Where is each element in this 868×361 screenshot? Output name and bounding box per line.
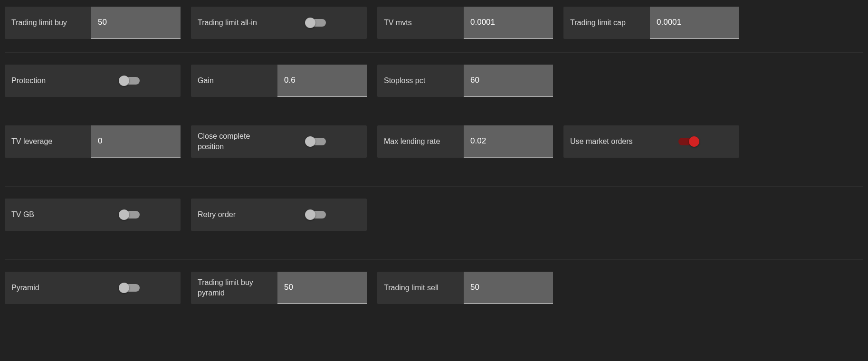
label-trading-limit-buy: Trading limit buy: [5, 18, 91, 28]
label-stoploss-pct: Stoploss pct: [377, 76, 464, 86]
card-trading-limit-sell: Trading limit sell: [377, 272, 553, 304]
input-tv-mvts[interactable]: [464, 7, 553, 39]
card-tv-gb: TV GB: [5, 199, 181, 231]
card-trading-limit-cap: Trading limit cap: [563, 7, 739, 39]
card-tv-leverage: TV leverage: [5, 125, 181, 158]
card-use-market-orders: Use market orders: [563, 125, 739, 158]
toggle-use-market-orders[interactable]: [678, 138, 698, 145]
input-tv-leverage[interactable]: [91, 125, 181, 158]
card-retry-order: Retry order: [191, 199, 367, 231]
input-trading-limit-sell[interactable]: [464, 272, 553, 304]
label-gain: Gain: [191, 76, 277, 86]
card-stoploss-pct: Stoploss pct: [377, 65, 553, 97]
label-close-complete-position: Close complete position: [191, 131, 277, 152]
input-trading-limit-buy[interactable]: [91, 7, 181, 39]
input-stoploss-pct[interactable]: [464, 65, 553, 97]
card-pyramid: Pyramid: [5, 272, 181, 304]
label-retry-order: Retry order: [191, 209, 277, 220]
toggle-pyramid[interactable]: [120, 284, 140, 292]
label-pyramid: Pyramid: [5, 283, 91, 293]
card-close-complete-position: Close complete position: [191, 125, 367, 158]
toggle-protection[interactable]: [120, 77, 140, 85]
section-1-row-1: Trading limit buy Trading limit all-in T…: [5, 7, 863, 39]
label-tv-mvts: TV mvts: [377, 18, 464, 28]
label-tv-leverage: TV leverage: [5, 136, 91, 147]
section-2: TV leverage Close complete position Max …: [5, 125, 863, 186]
label-trading-limit-cap: Trading limit cap: [563, 18, 650, 28]
label-tv-gb: TV GB: [5, 209, 91, 220]
section-1-row-2: Protection Gain Stoploss pct: [5, 52, 863, 125]
input-trading-limit-buy-pyramid[interactable]: [277, 272, 367, 304]
toggle-trading-limit-all-in[interactable]: [306, 19, 326, 27]
toggle-retry-order[interactable]: [306, 211, 326, 218]
input-max-lending-rate[interactable]: [464, 125, 553, 158]
section-3: TV GB Retry order: [5, 186, 863, 259]
label-trading-limit-sell: Trading limit sell: [377, 283, 464, 293]
card-trading-limit-all-in: Trading limit all-in: [191, 7, 367, 39]
section-4: Pyramid Trading limit buy pyramid Tradin…: [5, 259, 863, 314]
label-use-market-orders: Use market orders: [563, 136, 650, 147]
card-tv-mvts: TV mvts: [377, 7, 553, 39]
card-trading-limit-buy: Trading limit buy: [5, 7, 181, 39]
input-gain[interactable]: [277, 65, 367, 97]
label-trading-limit-all-in: Trading limit all-in: [191, 18, 277, 28]
input-trading-limit-cap[interactable]: [650, 7, 739, 39]
card-gain: Gain: [191, 65, 367, 97]
toggle-close-complete-position[interactable]: [306, 138, 326, 145]
card-max-lending-rate: Max lending rate: [377, 125, 553, 158]
label-max-lending-rate: Max lending rate: [377, 136, 464, 147]
section-1: Trading limit buy Trading limit all-in T…: [5, 7, 863, 125]
toggle-tv-gb[interactable]: [120, 211, 140, 218]
label-trading-limit-buy-pyramid: Trading limit buy pyramid: [191, 277, 277, 298]
label-protection: Protection: [5, 76, 91, 86]
card-protection: Protection: [5, 65, 181, 97]
card-trading-limit-buy-pyramid: Trading limit buy pyramid: [191, 272, 367, 304]
